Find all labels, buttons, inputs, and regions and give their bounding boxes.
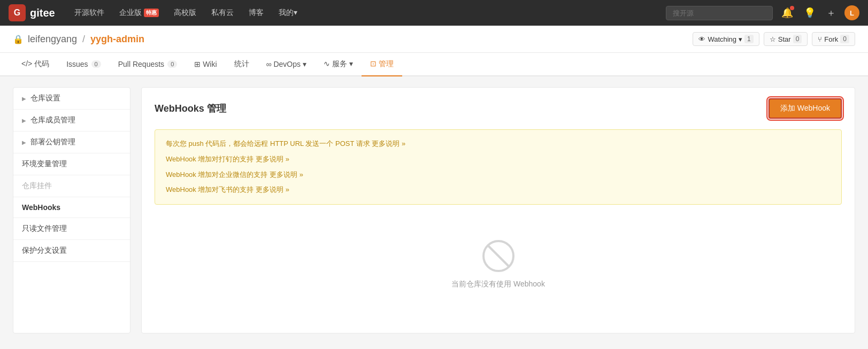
sidebar-item-label: 仓库成员管理	[30, 115, 75, 125]
watching-button[interactable]: 👁 Watching ▾ 1	[693, 32, 759, 46]
info-link-1[interactable]: 更多说明 »	[372, 139, 405, 148]
tab-wiki-label: ⊞ Wiki	[194, 60, 217, 68]
sidebar: ▶ 仓库设置 ▶ 仓库成员管理 ▶ 部署公钥管理 环境变量管理 仓库挂件 Web…	[13, 87, 130, 334]
repo-actions: 👁 Watching ▾ 1 ☆ Star 0 ⑂ Fork 0	[693, 32, 855, 46]
sidebar-item-protected-branches[interactable]: 保护分支设置	[13, 240, 130, 262]
fork-label: Fork	[824, 35, 838, 43]
tab-pr-label: Pull Requests	[118, 60, 164, 68]
empty-state: 当前仓库没有使用 Webhook	[155, 218, 842, 311]
nav-items: 开源软件 企业版 特惠 高校版 私有云 博客 我的▾	[68, 5, 666, 21]
watching-label: Watching	[708, 35, 736, 43]
sidebar-item-label: 环境变量管理	[22, 159, 67, 169]
page-content-area: WebHooks 管理 添加 WebHook 每次您 push 代码后，都会给远…	[141, 87, 855, 334]
nav-item-mine[interactable]: 我的▾	[272, 5, 304, 21]
sidebar-item-env-vars[interactable]: 环境变量管理	[13, 153, 130, 175]
info-box: 每次您 push 代码后，都会给远程 HTTP URL 发送一个 POST 请求…	[155, 129, 842, 205]
lock-icon: 🔒	[13, 34, 24, 44]
page-header-row: WebHooks 管理 添加 WebHook	[155, 98, 842, 119]
caret-icon: ▶	[22, 96, 26, 102]
sidebar-item-webhooks[interactable]: WebHooks	[13, 197, 130, 218]
caret-icon: ▶	[22, 118, 26, 123]
tab-pr-count: 0	[167, 60, 177, 68]
notification-icon[interactable]: 🔔	[779, 5, 795, 21]
search-input[interactable]	[666, 6, 773, 20]
top-navigation: G gitee 开源软件 企业版 特惠 高校版 私有云 博客 我的▾ 🔔 💡 ＋	[0, 0, 868, 26]
watching-count: 1	[744, 35, 754, 43]
tab-stats-label: 统计	[234, 59, 249, 69]
plus-icon[interactable]: ＋	[824, 4, 838, 21]
tab-issues-label: Issues	[66, 60, 88, 68]
repo-name[interactable]: yygh-admin	[90, 34, 144, 45]
info-line-1: 每次您 push 代码后，都会给远程 HTTP URL 发送一个 POST 请求…	[166, 138, 831, 150]
tab-devops-label: ∞ DevOps ▾	[266, 60, 306, 68]
sidebar-item-label: 仓库设置	[30, 94, 60, 103]
tab-stats[interactable]: 统计	[226, 53, 258, 76]
fork-icon: ⑂	[818, 35, 822, 43]
fork-count: 0	[840, 35, 849, 43]
sidebar-item-repo-settings[interactable]: ▶ 仓库设置	[13, 88, 130, 110]
info-link-3[interactable]: 更多说明 »	[270, 170, 303, 179]
no-webhook-icon	[481, 239, 516, 273]
info-link-2[interactable]: 更多说明 »	[256, 155, 289, 163]
nav-item-university[interactable]: 高校版	[167, 5, 203, 21]
tab-issues[interactable]: Issues 0	[58, 53, 110, 76]
svg-line-1	[488, 245, 509, 267]
tab-services[interactable]: ∿ 服务 ▾	[315, 53, 362, 76]
tab-pullrequests[interactable]: Pull Requests 0	[110, 53, 186, 76]
tab-code-label: </> 代码	[21, 59, 49, 69]
logo-text: gitee	[30, 7, 55, 19]
info-line-3: WebHook 增加对企业微信的支持 更多说明 »	[166, 169, 831, 181]
nav-item-blog[interactable]: 博客	[242, 5, 270, 21]
nav-item-opensource[interactable]: 开源软件	[68, 5, 111, 21]
info-link-4[interactable]: 更多说明 »	[256, 185, 289, 193]
logo-icon: G	[9, 4, 26, 21]
fork-button[interactable]: ⑂ Fork 0	[812, 32, 855, 46]
eye-icon: 👁	[698, 35, 705, 43]
info-line-4: WebHook 增加对飞书的支持 更多说明 »	[166, 184, 831, 196]
enterprise-badge: 特惠	[144, 9, 159, 17]
tab-manage[interactable]: ⊡ 管理	[362, 53, 402, 76]
sidebar-item-deploy-keys[interactable]: ▶ 部署公钥管理	[13, 131, 130, 153]
add-webhook-button[interactable]: 添加 WebHook	[769, 98, 842, 119]
nav-item-enterprise[interactable]: 企业版 特惠	[113, 5, 165, 21]
star-label: Star	[778, 35, 791, 43]
sidebar-item-label: 仓库挂件	[22, 181, 52, 191]
sidebar-item-label: 部署公钥管理	[30, 137, 75, 147]
star-icon: ☆	[770, 35, 776, 43]
tab-devops[interactable]: ∞ DevOps ▾	[258, 53, 315, 76]
slash-separator: /	[82, 34, 85, 45]
tab-code[interactable]: </> 代码	[13, 53, 58, 76]
repo-owner[interactable]: leifengyang	[28, 34, 77, 45]
info-line-2: WebHook 增加对打钉的支持 更多说明 »	[166, 154, 831, 165]
sidebar-item-label: 只读文件管理	[22, 224, 67, 234]
avatar[interactable]: L	[844, 5, 859, 20]
top-right-area: 🔔 💡 ＋ L	[666, 4, 859, 21]
star-count: 0	[793, 35, 802, 43]
tab-issues-count: 0	[91, 60, 101, 68]
caret-icon: ▶	[22, 139, 26, 145]
repo-tabs: </> 代码 Issues 0 Pull Requests 0 ⊞ Wiki 统…	[0, 53, 868, 76]
sidebar-item-label: WebHooks	[22, 203, 60, 212]
sidebar-item-repo-widget: 仓库挂件	[13, 175, 130, 197]
tab-manage-label: ⊡ 管理	[370, 59, 394, 69]
tab-services-label: ∿ 服务 ▾	[324, 59, 353, 69]
bulb-icon[interactable]: 💡	[802, 5, 818, 21]
nav-item-private[interactable]: 私有云	[205, 5, 240, 21]
watching-dropdown-icon: ▾	[739, 35, 742, 43]
star-button[interactable]: ☆ Star 0	[764, 32, 808, 46]
empty-text: 当前仓库没有使用 Webhook	[451, 280, 545, 289]
tab-wiki[interactable]: ⊞ Wiki	[186, 53, 225, 76]
page-title: WebHooks 管理	[155, 102, 226, 115]
sidebar-item-label: 保护分支设置	[22, 246, 67, 255]
sidebar-item-readonly-files[interactable]: 只读文件管理	[13, 218, 130, 240]
logo[interactable]: G gitee	[9, 4, 55, 21]
repo-title: 🔒 leifengyang / yygh-admin	[13, 34, 144, 45]
sidebar-item-member-manage[interactable]: ▶ 仓库成员管理	[13, 110, 130, 131]
repo-header: 🔒 leifengyang / yygh-admin 👁 Watching ▾ …	[0, 26, 868, 53]
notification-dot	[790, 6, 794, 10]
main-content: ▶ 仓库设置 ▶ 仓库成员管理 ▶ 部署公钥管理 环境变量管理 仓库挂件 Web…	[0, 76, 868, 344]
